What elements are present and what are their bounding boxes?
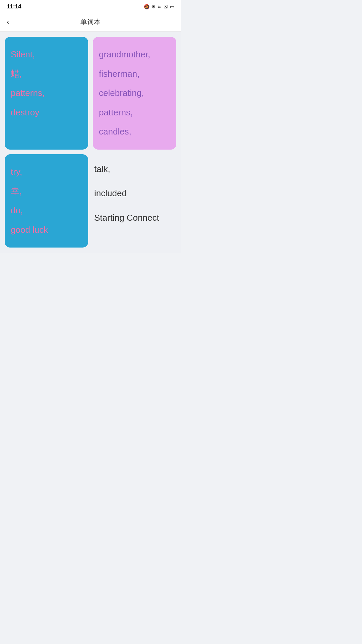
card-top-left[interactable]: Silent, 蜡, patterns, destroy <box>5 37 88 150</box>
word-item: do, <box>11 201 82 220</box>
status-time: 11:14 <box>7 3 21 10</box>
word-item: candles, <box>99 122 170 142</box>
word-item: good luck <box>11 220 82 240</box>
battery-icon: ▭ <box>170 4 174 9</box>
status-icons: 🔕 ✳ ≋ ☒ ▭ <box>144 4 174 9</box>
card-bottom-left[interactable]: try, 幸, do, good luck <box>5 154 88 248</box>
bluetooth-icon: ✳ <box>152 4 156 9</box>
word-item: grandmother, <box>99 45 170 64</box>
word-item: patterns, <box>11 84 82 103</box>
word-item: celebrating, <box>99 84 170 103</box>
signal-icon: ☒ <box>164 4 168 9</box>
content-grid: Silent, 蜡, patterns, destroy grandmother… <box>0 32 181 253</box>
word-item: patterns, <box>99 103 170 122</box>
back-button[interactable]: ‹ <box>7 18 9 26</box>
plain-word-item: included <box>94 181 175 205</box>
word-item: 蜡, <box>11 64 82 84</box>
plain-word-list: talk, included Starting Connect <box>93 154 176 248</box>
page-title: 单词本 <box>80 17 101 26</box>
wifi-icon: ≋ <box>158 4 162 9</box>
plain-word-item: Starting Connect <box>94 206 175 230</box>
mute-icon: 🔕 <box>144 4 149 9</box>
word-item: try, <box>11 162 82 182</box>
word-item: 幸, <box>11 182 82 201</box>
status-bar: 11:14 🔕 ✳ ≋ ☒ ▭ <box>0 0 181 13</box>
word-item: destroy <box>11 103 82 122</box>
word-item: Silent, <box>11 45 82 64</box>
card-top-right[interactable]: grandmother, fisherman, celebrating, pat… <box>93 37 176 150</box>
word-item: fisherman, <box>99 64 170 84</box>
plain-word-item: talk, <box>94 157 175 181</box>
header: ‹ 单词本 <box>0 13 181 32</box>
